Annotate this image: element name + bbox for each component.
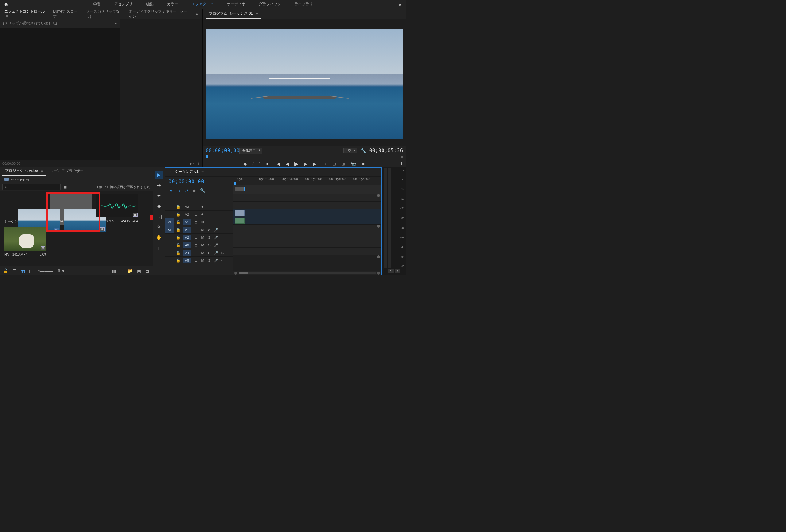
track-v1-header[interactable]: V1 🔒 V1 ⊡ 👁 [165, 218, 233, 226]
track-lane-a5[interactable] [233, 248, 382, 255]
thumb-sequence-01[interactable]: ▭ シーケンス 015;26 [4, 194, 46, 224]
automate-icon[interactable]: ▮▮ [112, 268, 116, 273]
go-to-out-icon[interactable]: ⇥ [323, 161, 327, 166]
menu-icon[interactable]: ≡ [6, 14, 8, 18]
zoom-handle-v[interactable] [377, 194, 380, 197]
mute-icon[interactable]: M [199, 243, 206, 247]
thumb-view-icon[interactable]: ▦ [21, 268, 25, 273]
linked-selection-icon[interactable]: ⇄ [185, 188, 188, 193]
mic-icon[interactable]: 🎤 [213, 243, 219, 247]
extract-icon[interactable]: ⊞ [341, 161, 345, 166]
lift-icon[interactable]: ⊟ [332, 161, 336, 166]
search-input[interactable]: ⌕ [2, 184, 61, 190]
solo-icon[interactable]: S [206, 228, 213, 232]
menu-icon[interactable]: ≡ [41, 168, 43, 173]
lock-icon[interactable]: 🔒 [175, 251, 182, 255]
mute-icon[interactable]: M [199, 251, 206, 255]
mute-icon[interactable]: M [199, 259, 206, 262]
mic-icon[interactable]: 🎤 [213, 228, 219, 232]
sync-lock-icon[interactable]: ⊡ [192, 228, 199, 232]
sync-lock-icon[interactable]: ⊡ [192, 251, 199, 255]
step-fwd-icon[interactable]: ▶| [313, 161, 318, 166]
play-icon[interactable]: ▶ [295, 161, 299, 167]
pen-tool-icon[interactable]: ✎ [155, 223, 163, 231]
playhead[interactable] [235, 177, 235, 275]
zoom-handle-a[interactable] [377, 255, 380, 258]
wrench-icon[interactable]: 🔧 [361, 148, 366, 153]
compare-icon[interactable]: ▣ [361, 161, 365, 166]
ripple-tool-icon[interactable]: ✦ [155, 192, 163, 199]
mic-icon[interactable]: 🎤 [213, 251, 219, 255]
slip-tool-icon[interactable]: |↔| [155, 213, 163, 220]
solo-icon[interactable]: S [206, 259, 213, 262]
mark-in-icon[interactable]: { [252, 161, 254, 166]
solo-right-button[interactable]: S [395, 269, 400, 273]
track-a4-header[interactable]: 🔒 A4 ⊡ M S 🎤 S1 [165, 249, 233, 257]
zoom-handle-v[interactable] [377, 224, 380, 228]
timeline-tracks-area[interactable]: ;00;00 00;00;16;00 00;00;32;00 00;00;48;… [233, 177, 382, 275]
sync-lock-icon[interactable]: ⊡ [192, 213, 199, 217]
track-lane-v2[interactable] [233, 201, 382, 209]
zoom-dropdown[interactable]: 1/2 [343, 148, 357, 153]
ws-audio[interactable]: オーディオ [222, 0, 251, 9]
program-video-preview[interactable] [206, 29, 403, 139]
new-item-icon[interactable]: ▣ [137, 268, 141, 273]
add-button-icon[interactable]: + [400, 161, 403, 167]
lock-icon[interactable]: 🔒 [175, 235, 182, 240]
ws-graphics[interactable]: グラフィック [253, 0, 286, 9]
tab-project[interactable]: プロジェクト: video ≡ [2, 166, 46, 176]
mark-out-icon[interactable]: } [259, 161, 261, 166]
type-tool-icon[interactable]: T [155, 244, 163, 251]
track-lane-v3[interactable] [233, 194, 382, 201]
track-lane-a1[interactable] [233, 217, 382, 224]
marker-icon[interactable]: ◆ [192, 188, 196, 193]
timeline-tc[interactable]: 00;00;00;00 [168, 178, 205, 185]
sync-lock-icon[interactable]: ⊡ [192, 205, 199, 209]
go-to-in-icon[interactable]: ⇤ [266, 161, 270, 166]
sync-lock-icon[interactable]: ⊡ [192, 220, 199, 224]
filter-bin-icon[interactable]: ▣ [63, 185, 67, 189]
track-v2-header[interactable]: 🔒 V2 ⊡ 👁 [165, 211, 233, 218]
menu-icon[interactable]: ≡ [211, 2, 213, 6]
track-lane-v1[interactable] [233, 209, 382, 217]
mute-icon[interactable]: M [199, 236, 206, 239]
eye-icon[interactable]: 👁 [199, 220, 206, 224]
program-scrubber[interactable] [206, 155, 403, 159]
timeline-ruler[interactable]: ;00;00 00;00;16;00 00;00;32;00 00;00;48;… [233, 177, 382, 185]
menu-icon[interactable]: ≡ [202, 169, 204, 174]
ws-library[interactable]: ライブラリ [289, 0, 318, 9]
thumb-mvi-1413[interactable]: ⊞ MVI_1413.MP43:09 [4, 227, 46, 256]
track-lane-a2[interactable] [233, 224, 382, 232]
solo-icon[interactable]: S [206, 236, 213, 239]
freeform-view-icon[interactable]: ◫ [29, 268, 33, 273]
track-select-tool-icon[interactable]: ⇢ [155, 182, 163, 189]
mute-icon[interactable]: M [199, 228, 206, 232]
sync-lock-icon[interactable]: ⊡ [192, 259, 199, 263]
eye-icon[interactable]: 👁 [199, 213, 206, 216]
close-sequence-icon[interactable]: × [168, 170, 171, 174]
program-tc-left[interactable]: 00;00;00;00 [206, 148, 239, 153]
magnet-icon[interactable]: ∩ [177, 188, 180, 193]
track-lane-a3[interactable] [233, 232, 382, 240]
mic-icon[interactable]: 🎤 [213, 236, 219, 240]
hand-tool-icon[interactable]: ✋ [155, 234, 163, 241]
snap-icon[interactable]: ⋇ [169, 188, 173, 193]
solo-left-button[interactable]: S [388, 269, 394, 273]
settings-icon[interactable]: 🔧 [200, 188, 205, 193]
track-v3-header[interactable]: 🔒 V3 ⊡ 👁 [165, 203, 233, 211]
next-frame-icon[interactable]: ▶ [304, 161, 308, 166]
zoom-slider[interactable]: ○——— [38, 268, 53, 273]
lock-icon[interactable]: 🔒 [175, 228, 182, 232]
lock-icon[interactable]: 🔒 [175, 220, 182, 224]
menu-icon[interactable]: ≡ [256, 11, 258, 16]
razor-tool-icon[interactable]: ◈ [155, 202, 163, 210]
trash-icon[interactable]: 🗑 [145, 268, 149, 273]
sync-lock-icon[interactable]: ⊡ [192, 236, 199, 240]
list-view-icon[interactable]: ☰ [13, 268, 17, 273]
sync-lock-icon[interactable]: ⊡ [192, 243, 199, 247]
track-a5-header[interactable]: 🔒 A5 ⊡ M S 🎤 S1 [165, 257, 233, 264]
new-bin-icon[interactable]: 📁 [128, 268, 133, 273]
lock-icon[interactable]: 🔒 [175, 258, 182, 263]
lock-icon[interactable]: 🔒 [175, 212, 182, 217]
sequence-tab[interactable]: シーケンス 01 ≡ [173, 168, 205, 175]
